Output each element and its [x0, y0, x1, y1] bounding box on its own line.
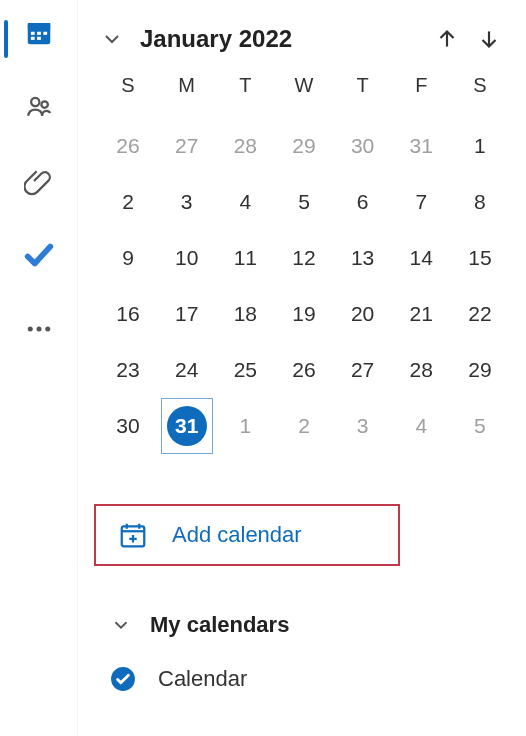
- day-number: 3: [341, 404, 385, 448]
- nav-more[interactable]: [18, 308, 60, 350]
- nav-people[interactable]: [18, 86, 60, 128]
- day-cell[interactable]: 30: [337, 118, 389, 174]
- day-cell[interactable]: 1: [454, 118, 506, 174]
- day-cell[interactable]: 5: [278, 174, 330, 230]
- day-cell[interactable]: 19: [278, 286, 330, 342]
- day-number: 13: [341, 236, 385, 280]
- day-cell[interactable]: 23: [102, 342, 154, 398]
- svg-point-10: [36, 327, 41, 332]
- svg-point-9: [27, 327, 32, 332]
- day-number: 1: [223, 404, 267, 448]
- svg-rect-4: [43, 32, 47, 35]
- day-number: 20: [341, 292, 385, 336]
- day-cell[interactable]: 14: [395, 230, 447, 286]
- add-calendar-button[interactable]: Add calendar: [96, 520, 398, 550]
- add-calendar-highlight: Add calendar: [94, 504, 400, 566]
- day-cell[interactable]: 31: [395, 118, 447, 174]
- day-cell[interactable]: 7: [395, 174, 447, 230]
- day-cell[interactable]: 31: [161, 398, 213, 454]
- day-cell[interactable]: 27: [161, 118, 213, 174]
- day-number: 19: [282, 292, 326, 336]
- calendar-list-item[interactable]: Calendar: [98, 666, 506, 692]
- my-calendars-section-toggle[interactable]: My calendars: [98, 612, 506, 638]
- checkmark-icon: [22, 238, 56, 272]
- calendar-panel: January 2022 SMTWTFS 2627282930311234567…: [78, 0, 526, 736]
- day-number: 3: [165, 180, 209, 224]
- day-cell[interactable]: 10: [161, 230, 213, 286]
- day-number: 12: [282, 236, 326, 280]
- day-cell[interactable]: 25: [219, 342, 271, 398]
- dow-header: W: [278, 74, 330, 118]
- day-cell[interactable]: 15: [454, 230, 506, 286]
- day-cell[interactable]: 18: [219, 286, 271, 342]
- ellipsis-icon: [24, 314, 54, 344]
- day-number: 24: [165, 348, 209, 392]
- svg-rect-2: [30, 32, 34, 35]
- day-number: 17: [165, 292, 209, 336]
- app-nav-rail: [0, 0, 78, 736]
- day-number: 31: [167, 406, 207, 446]
- day-number: 27: [341, 348, 385, 392]
- day-cell[interactable]: 20: [337, 286, 389, 342]
- nav-attachments[interactable]: [18, 160, 60, 202]
- day-cell[interactable]: 13: [337, 230, 389, 286]
- svg-rect-1: [27, 23, 50, 29]
- month-grid: SMTWTFS 26272829303112345678910111213141…: [102, 74, 506, 454]
- day-number: 14: [399, 236, 443, 280]
- day-cell[interactable]: 4: [395, 398, 447, 454]
- day-number: 26: [282, 348, 326, 392]
- svg-point-7: [31, 98, 39, 106]
- dow-header: F: [395, 74, 447, 118]
- checkbox-checked-icon: [110, 666, 136, 692]
- day-cell[interactable]: 9: [102, 230, 154, 286]
- day-number: 5: [458, 404, 502, 448]
- day-cell[interactable]: 3: [161, 174, 213, 230]
- day-cell[interactable]: 21: [395, 286, 447, 342]
- day-cell[interactable]: 5: [454, 398, 506, 454]
- day-number: 2: [282, 404, 326, 448]
- nav-calendar[interactable]: [18, 12, 60, 54]
- day-cell[interactable]: 17: [161, 286, 213, 342]
- day-number: 29: [282, 124, 326, 168]
- add-calendar-label: Add calendar: [172, 522, 302, 548]
- calendar-icon: [24, 18, 54, 48]
- day-cell[interactable]: 6: [337, 174, 389, 230]
- arrow-down-icon: [476, 26, 502, 52]
- day-cell[interactable]: 26: [278, 342, 330, 398]
- day-cell[interactable]: 29: [454, 342, 506, 398]
- paperclip-icon: [24, 166, 54, 196]
- day-cell[interactable]: 26: [102, 118, 154, 174]
- day-cell[interactable]: 30: [102, 398, 154, 454]
- day-cell[interactable]: 24: [161, 342, 213, 398]
- day-number: 1: [458, 124, 502, 168]
- chevron-down-icon: [100, 27, 124, 51]
- calendar-add-icon: [118, 520, 148, 550]
- day-number: 25: [223, 348, 267, 392]
- day-cell[interactable]: 3: [337, 398, 389, 454]
- day-cell[interactable]: 11: [219, 230, 271, 286]
- month-picker-toggle[interactable]: [98, 25, 126, 53]
- day-number: 21: [399, 292, 443, 336]
- day-cell[interactable]: 12: [278, 230, 330, 286]
- day-number: 30: [106, 404, 150, 448]
- day-cell[interactable]: 22: [454, 286, 506, 342]
- day-cell[interactable]: 1: [219, 398, 271, 454]
- day-cell[interactable]: 28: [219, 118, 271, 174]
- day-number: 6: [341, 180, 385, 224]
- day-number: 15: [458, 236, 502, 280]
- day-cell[interactable]: 27: [337, 342, 389, 398]
- prev-month-button[interactable]: [430, 22, 464, 56]
- day-number: 28: [399, 348, 443, 392]
- day-cell[interactable]: 28: [395, 342, 447, 398]
- nav-tasks[interactable]: [18, 234, 60, 276]
- next-month-button[interactable]: [472, 22, 506, 56]
- day-number: 16: [106, 292, 150, 336]
- day-cell[interactable]: 2: [278, 398, 330, 454]
- day-cell[interactable]: 4: [219, 174, 271, 230]
- day-cell[interactable]: 29: [278, 118, 330, 174]
- day-cell[interactable]: 8: [454, 174, 506, 230]
- day-cell[interactable]: 16: [102, 286, 154, 342]
- dow-header: S: [102, 74, 154, 118]
- month-header: January 2022: [98, 0, 506, 74]
- day-cell[interactable]: 2: [102, 174, 154, 230]
